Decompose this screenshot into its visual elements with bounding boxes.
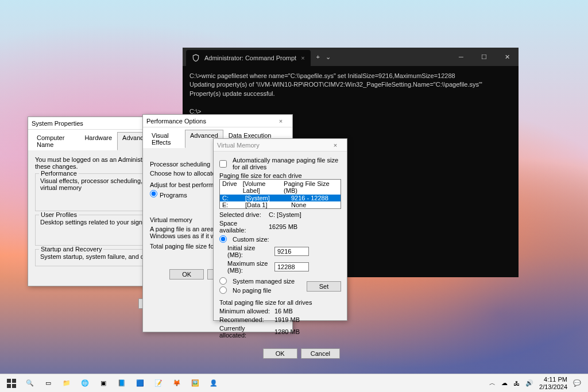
auto-manage-checkbox[interactable]: Automatically manage paging file size fo…: [219, 157, 341, 170]
cloud-icon[interactable]: ☁: [501, 379, 508, 387]
tab-hardware[interactable]: Hardware: [79, 132, 117, 150]
drive-row[interactable]: C:[System]9216 - 12288: [220, 195, 341, 201]
search-icon[interactable]: 🔍: [21, 374, 39, 393]
radio-programs[interactable]: Programs: [150, 190, 187, 199]
terminal-output[interactable]: C:\>wmic pagefileset where name="C:\\pag…: [183, 66, 519, 122]
initial-size-label: Initial size (MB):: [219, 244, 271, 258]
volume-icon[interactable]: 🔊: [525, 379, 533, 387]
shield-icon: [192, 54, 200, 62]
drive-list[interactable]: Drive[Volume Label]Paging File Size (MB)…: [219, 179, 341, 209]
group-label: Performance: [39, 170, 79, 177]
tab-menu-icon[interactable]: ⌄: [326, 53, 331, 61]
max-size-input[interactable]: [274, 262, 309, 271]
firefox-icon[interactable]: 🦊: [168, 374, 186, 393]
drive-row[interactable]: E:[Data 1]None: [220, 201, 341, 208]
svg-rect-3: [12, 384, 16, 388]
radio-custom-size[interactable]: Custom size:: [219, 235, 341, 243]
space-avail-label: Space available:: [219, 220, 265, 234]
window-title: Virtual Memory: [217, 142, 260, 149]
group-label: User Profiles: [39, 211, 79, 218]
total-title: Total paging file size for all drives: [219, 299, 341, 306]
ok-button[interactable]: OK: [169, 269, 204, 280]
drive-header: Drive[Volume Label]Paging File Size (MB): [220, 180, 341, 195]
svg-rect-0: [7, 379, 11, 383]
current-alloc-label: Currently allocated:: [219, 325, 271, 339]
terminal-titlebar: Administrator: Command Prompt × + ⌄ ─ ☐ …: [183, 48, 519, 66]
radio-no-paging[interactable]: No paging file: [219, 286, 295, 294]
titlebar[interactable]: Performance Options×: [143, 115, 292, 127]
cancel-button[interactable]: Cancel: [301, 348, 340, 359]
svg-rect-1: [12, 379, 16, 383]
terminal-tab[interactable]: Administrator: Command Prompt ×: [186, 50, 311, 66]
taskbar[interactable]: 🔍 ▭ 📁 🌐 ▣ 📘 🟦 📝 🦊 🖼️ 👤 ︿ ☁ 🖧 🔊 4:11 PM2/…: [0, 374, 588, 392]
min-allowed-label: Minimum allowed:: [219, 308, 271, 315]
group-label: Paging file size for each drive: [219, 172, 341, 179]
clock[interactable]: 4:11 PM2/13/2024: [539, 376, 567, 390]
app-icon[interactable]: 📝: [149, 374, 168, 393]
selected-drive-label: Selected drive:: [219, 211, 265, 218]
svg-rect-2: [7, 384, 11, 388]
selected-drive-value: C: [System]: [269, 211, 301, 218]
set-button[interactable]: Set: [307, 281, 341, 292]
app-icon[interactable]: 🖼️: [186, 374, 204, 393]
space-avail-value: 16295 MB: [269, 223, 297, 230]
recommended-label: Recommended:: [219, 316, 271, 323]
new-tab-button[interactable]: +: [311, 53, 326, 60]
start-button[interactable]: [2, 374, 21, 393]
terminal-icon[interactable]: ▣: [94, 374, 113, 393]
explorer-icon[interactable]: 📁: [57, 374, 76, 393]
app-icon[interactable]: 📘: [113, 374, 131, 393]
titlebar[interactable]: Virtual Memory×: [214, 139, 347, 152]
system-tray[interactable]: ︿ ☁ 🖧 🔊 4:11 PM2/13/2024 💬: [489, 376, 586, 390]
network-icon[interactable]: 🖧: [513, 380, 520, 387]
app-icon[interactable]: 🟦: [131, 374, 149, 393]
tab-visual-effects[interactable]: Visual Effects: [146, 130, 185, 148]
close-icon[interactable]: ×: [273, 118, 289, 125]
edge-icon[interactable]: 🌐: [76, 374, 94, 393]
app-icon[interactable]: 👤: [204, 374, 223, 393]
drive-row[interactable]: F:[Data 2]None: [220, 208, 341, 209]
initial-size-input[interactable]: [274, 247, 309, 256]
close-button[interactable]: ✕: [496, 48, 519, 66]
terminal-tab-label: Administrator: Command Prompt: [204, 55, 296, 61]
max-size-label: Maximum size (MB):: [219, 260, 271, 274]
window-title: System Properties: [32, 120, 83, 127]
notification-icon[interactable]: 💬: [573, 379, 581, 387]
chevron-up-icon[interactable]: ︿: [489, 379, 496, 387]
window-title: Performance Options: [146, 118, 206, 125]
radio-system-managed[interactable]: System managed size: [219, 277, 295, 285]
tab-computer-name[interactable]: Computer Name: [32, 132, 79, 150]
maximize-button[interactable]: ☐: [473, 48, 496, 66]
group-label: Startup and Recovery: [39, 246, 103, 253]
current-alloc-value: 1280 MB: [274, 328, 300, 335]
recommended-value: 1919 MB: [274, 316, 300, 323]
ok-button[interactable]: OK: [263, 348, 297, 359]
close-icon[interactable]: ×: [327, 142, 343, 149]
min-allowed-value: 16 MB: [274, 308, 293, 315]
task-view-icon[interactable]: ▭: [39, 374, 57, 393]
minimize-button[interactable]: ─: [450, 48, 473, 66]
virtual-memory-window[interactable]: Virtual Memory× Automatically manage pag…: [213, 138, 347, 321]
close-icon[interactable]: ×: [301, 55, 304, 61]
